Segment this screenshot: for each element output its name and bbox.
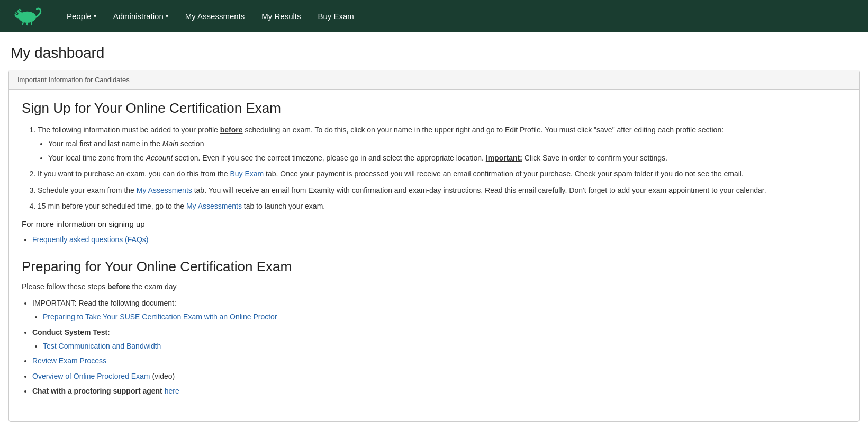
preparing-item-4: Overview of Online Proctored Exam (video… [32,370,846,382]
test-communication-link[interactable]: Test Communication and Bandwidth [43,342,161,350]
logo-icon [11,5,42,26]
administration-chevron-icon: ▾ [166,13,168,19]
card-header: Important Information for Candidates [9,70,859,90]
step-3: Schedule your exam from the My Assessmen… [38,184,846,196]
page-title: My dashboard [0,32,868,70]
card-body: Sign Up for Your Online Certification Ex… [9,90,859,421]
preparing-item-3: Review Exam Process [32,355,846,367]
step-1-sub-1: Your real first and last name in the Mai… [48,138,846,149]
nav-buy-exam[interactable]: Buy Exam [309,0,362,32]
overview-proctored-exam-link[interactable]: Overview of Online Proctored Exam [32,372,150,380]
faq-link[interactable]: Frequently asked questions (FAQs) [32,235,148,244]
chat-support-link[interactable]: here [165,387,179,395]
svg-line-6 [31,22,32,25]
people-chevron-icon: ▾ [94,13,96,19]
signup-steps-list: The following information must be added … [38,124,846,212]
nav-my-assessments[interactable]: My Assessments [177,0,254,32]
preparing-list: IMPORTANT: Read the following document: … [32,297,846,397]
step-1-sub-2: Your local time zone from the Account se… [48,152,846,164]
svg-point-1 [15,11,23,19]
please-follow: Please follow these steps before the exa… [22,282,846,291]
preparing-item-2: Conduct System Test: Test Communication … [32,326,846,352]
for-more-info: For more information on signing up [22,219,846,228]
preparing-item-5: Chat with a proctoring support agent her… [32,385,846,397]
info-card: Important Information for Candidates Sig… [8,70,860,422]
preparing-sub-1: Preparing to Take Your SUSE Certificatio… [43,311,846,323]
faq-item: Frequently asked questions (FAQs) [32,234,846,245]
nav-my-results[interactable]: My Results [253,0,309,32]
review-exam-process-link[interactable]: Review Exam Process [32,357,106,365]
preparing-item-1: IMPORTANT: Read the following document: … [32,297,846,323]
step-4: 15 min before your scheduled time, go to… [38,200,846,212]
step-2: If you want to purchase an exam, you can… [38,168,846,180]
logo[interactable] [11,5,42,26]
svg-line-4 [23,22,24,25]
my-assessments-link-2[interactable]: My Assessments [186,202,242,210]
preparing-sub-2: Test Communication and Bandwidth [43,340,846,352]
signup-title: Sign Up for Your Online Certification Ex… [22,100,846,117]
navbar: People ▾ Administration ▾ My Assessments… [0,0,868,32]
svg-point-3 [16,13,17,14]
preparing-title: Preparing for Your Online Certification … [22,259,846,275]
suse-cert-exam-link[interactable]: Preparing to Take Your SUSE Certificatio… [43,313,277,321]
nav-people[interactable]: People ▾ [58,0,105,32]
nav-administration[interactable]: Administration ▾ [105,0,177,32]
step-1: The following information must be added … [38,124,846,164]
my-assessments-link-1[interactable]: My Assessments [137,186,192,194]
faq-list: Frequently asked questions (FAQs) [32,234,846,245]
svg-line-5 [27,22,28,25]
preparing-section: Preparing for Your Online Certification … [22,259,846,397]
buy-exam-link[interactable]: Buy Exam [230,170,264,178]
